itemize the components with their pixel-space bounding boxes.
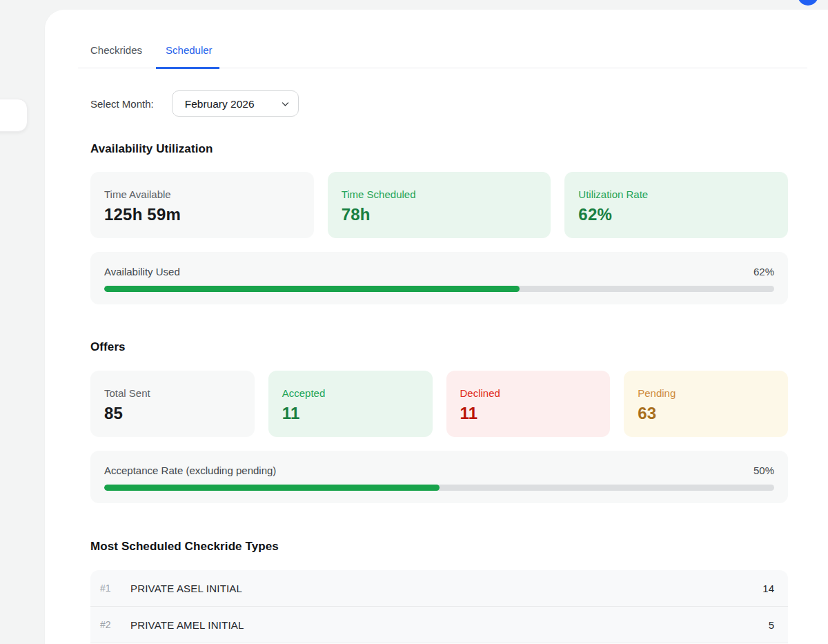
stat-card-accepted: Accepted 11 (268, 371, 433, 437)
availability-cards: Time Available 125h 59m Time Scheduled 7… (90, 172, 788, 238)
offers-cards: Total Sent 85 Accepted 11 Declined 11 Pe… (90, 371, 788, 437)
stat-value: 62% (578, 205, 774, 224)
offers-section-title: Offers (90, 340, 788, 354)
user-avatar[interactable] (798, 0, 818, 6)
stat-value: 125h 59m (104, 205, 300, 224)
progress-bar (104, 485, 774, 491)
stat-card-declined: Declined 11 (446, 371, 611, 437)
scheduler-panel: Checkrides Scheduler Select Month: Febru… (45, 10, 828, 644)
checkride-type-count: 14 (762, 583, 774, 594)
progress-bar-fill (104, 485, 440, 491)
stat-label: Total Sent (104, 387, 241, 399)
list-item: #1 PRIVATE ASEL INITIAL 14 (90, 570, 788, 607)
rank-number: #2 (100, 619, 130, 630)
side-panel-button[interactable] (0, 99, 28, 132)
most-scheduled-section-title: Most Scheduled Checkride Types (90, 540, 788, 554)
stat-card-utilization-rate: Utilization Rate 62% (564, 172, 788, 238)
stat-label: Declined (460, 387, 597, 399)
stat-value: 78h (342, 205, 538, 224)
availability-progress-panel: Availability Used 62% (90, 252, 788, 304)
stat-value: 85 (104, 404, 241, 423)
stat-value: 11 (460, 404, 597, 423)
checkride-type-name: PRIVATE ASEL INITIAL (130, 583, 762, 594)
stat-label: Time Scheduled (342, 188, 538, 200)
stat-value: 11 (282, 404, 419, 423)
stat-card-time-scheduled: Time Scheduled 78h (328, 172, 551, 238)
stat-card-total-sent: Total Sent 85 (90, 371, 255, 437)
progress-percent: 62% (753, 266, 774, 277)
progress-bar-fill (104, 286, 520, 292)
stat-label: Pending (638, 387, 774, 399)
stat-value: 63 (638, 404, 774, 423)
month-selector-row: Select Month: February 2026 (90, 90, 788, 117)
tab-bar: Checkrides Scheduler (78, 44, 807, 68)
stat-label: Accepted (282, 387, 419, 399)
checkride-type-name: PRIVATE AMEL INITIAL (130, 619, 769, 631)
stat-card-pending: Pending 63 (624, 371, 788, 437)
stat-card-time-available: Time Available 125h 59m (90, 172, 314, 238)
month-selector-label: Select Month: (90, 98, 154, 110)
checkride-types-list: #1 PRIVATE ASEL INITIAL 14 #2 PRIVATE AM… (90, 570, 788, 643)
tab-scheduler[interactable]: Scheduler (156, 44, 219, 69)
progress-label: Acceptance Rate (excluding pending) (104, 465, 276, 476)
list-item: #2 PRIVATE AMEL INITIAL 5 (90, 607, 788, 643)
tab-checkrides[interactable]: Checkrides (90, 44, 142, 69)
acceptance-progress-panel: Acceptance Rate (excluding pending) 50% (90, 451, 788, 503)
stat-label: Time Available (104, 188, 300, 200)
stat-label: Utilization Rate (578, 188, 774, 200)
checkride-type-count: 5 (769, 619, 774, 631)
progress-percent: 50% (753, 465, 774, 476)
progress-bar (104, 286, 774, 292)
availability-section-title: Availability Utilization (90, 142, 788, 156)
progress-label: Availability Used (104, 266, 180, 277)
month-select[interactable]: February 2026 (172, 90, 299, 117)
rank-number: #1 (100, 583, 130, 594)
